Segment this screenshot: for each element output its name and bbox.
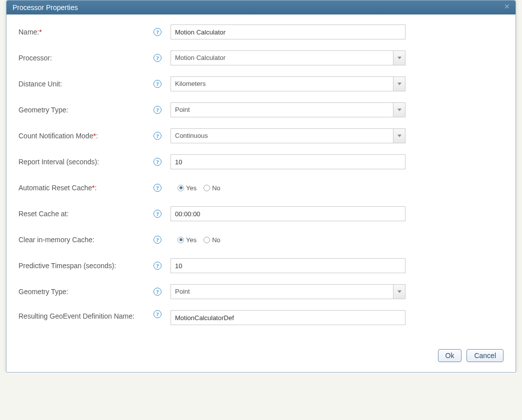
label-arc-text: Automatic Reset Cache: [18, 184, 92, 192]
clear-cache-no-radio[interactable]: No: [204, 236, 220, 244]
row-auto-reset-cache: Automatic Reset Cache*: ? Yes No: [18, 180, 504, 195]
radio-no-label: No: [212, 184, 220, 192]
count-notification-mode-value: Continuous: [171, 129, 393, 143]
label-predictive-timespan: Predictive Timespan (seconds):: [18, 262, 154, 270]
label-distance-unit: Distance Unit:: [18, 80, 154, 88]
row-distance-unit: Distance Unit: ? Kilometers: [18, 76, 504, 91]
help-icon[interactable]: ?: [154, 132, 162, 140]
dialog-body: Name:* ? Processor: ? Motion Calculator …: [6, 14, 516, 341]
row-report-interval: Report Interval (seconds): ?: [18, 154, 504, 169]
control-auto-reset-cache: Yes No: [170, 184, 406, 192]
row-name: Name:* ?: [18, 24, 504, 39]
control-name: [170, 24, 406, 39]
radio-no-label: No: [212, 236, 220, 244]
chevron-down-icon[interactable]: [393, 51, 405, 65]
ok-button[interactable]: Ok: [438, 349, 462, 362]
help-icon[interactable]: ?: [154, 210, 162, 218]
control-geometry-type-2: Point: [170, 284, 406, 299]
help-icon[interactable]: ?: [154, 288, 162, 296]
label-cnm-text: Count Notification Mode: [18, 132, 93, 140]
help-icon[interactable]: ?: [154, 80, 162, 88]
chevron-down-icon[interactable]: [393, 129, 405, 143]
help-icon[interactable]: ?: [154, 106, 162, 114]
help-reset-cache-at: ?: [154, 210, 170, 218]
cancel-button[interactable]: Cancel: [466, 349, 504, 362]
row-predictive-timespan: Predictive Timespan (seconds): ?: [18, 258, 504, 273]
control-report-interval: [170, 154, 406, 169]
auto-reset-cache-yes-radio[interactable]: Yes: [178, 184, 196, 192]
clear-cache-yes-radio[interactable]: Yes: [178, 236, 196, 244]
chevron-down-icon[interactable]: [393, 285, 405, 299]
report-interval-input[interactable]: [170, 154, 406, 169]
label-cnm-suffix: :: [96, 132, 98, 140]
label-resulting-def: Resulting GeoEvent Definition Name:: [18, 310, 154, 320]
required-mark: *: [39, 28, 42, 36]
dialog-title: Processor Properties: [12, 3, 78, 11]
help-predictive-timespan: ?: [154, 262, 170, 270]
distance-unit-value: Kilometers: [171, 77, 393, 91]
row-resulting-def: Resulting GeoEvent Definition Name: ?: [18, 310, 504, 325]
help-icon[interactable]: ?: [154, 236, 162, 244]
label-count-notification-mode: Count Notification Mode*:: [18, 132, 154, 140]
geometry-type-1-value: Point: [171, 103, 393, 117]
radio-yes-label: Yes: [186, 184, 196, 192]
help-auto-reset-cache: ?: [154, 184, 170, 192]
help-clear-in-memory-cache: ?: [154, 236, 170, 244]
row-geometry-type-2: Geometry Type: ? Point: [18, 284, 504, 299]
help-processor: ?: [154, 54, 170, 62]
radio-yes-label: Yes: [186, 236, 196, 244]
processor-properties-dialog: Processor Properties ✕ Name:* ? Processo…: [6, 0, 516, 373]
dialog-title-bar: Processor Properties ✕: [6, 0, 516, 14]
help-icon[interactable]: ?: [154, 310, 162, 318]
count-notification-mode-select[interactable]: Continuous: [170, 128, 406, 143]
control-count-notification-mode: Continuous: [170, 128, 406, 143]
label-name: Name:*: [18, 28, 154, 36]
help-resulting-def: ?: [154, 310, 170, 318]
name-input[interactable]: [170, 24, 406, 39]
control-predictive-timespan: [170, 258, 406, 273]
geometry-type-1-select[interactable]: Point: [170, 102, 406, 117]
row-processor: Processor: ? Motion Calculator: [18, 50, 504, 65]
label-auto-reset-cache: Automatic Reset Cache*:: [18, 184, 154, 192]
help-distance-unit: ?: [154, 80, 170, 88]
help-icon[interactable]: ?: [154, 262, 162, 270]
help-geometry-type-2: ?: [154, 288, 170, 296]
processor-select-value: Motion Calculator: [171, 51, 393, 65]
control-processor: Motion Calculator: [170, 50, 406, 65]
reset-cache-at-input[interactable]: [170, 206, 406, 221]
close-icon[interactable]: ✕: [502, 2, 512, 11]
distance-unit-select[interactable]: Kilometers: [170, 76, 406, 91]
resulting-def-input[interactable]: [170, 310, 406, 325]
label-geometry-type-1: Geometry Type:: [18, 106, 154, 114]
help-report-interval: ?: [154, 158, 170, 166]
dialog-footer: Ok Cancel: [6, 341, 516, 372]
row-reset-cache-at: Reset Cache at: ?: [18, 206, 504, 221]
help-icon[interactable]: ?: [154, 54, 162, 62]
row-count-notification-mode: Count Notification Mode*: ? Continuous: [18, 128, 504, 143]
radio-dot: [204, 237, 210, 243]
auto-reset-cache-no-radio[interactable]: No: [204, 184, 220, 192]
help-geometry-type-1: ?: [154, 106, 170, 114]
radio-dot: [178, 237, 184, 243]
help-icon[interactable]: ?: [154, 158, 162, 166]
control-distance-unit: Kilometers: [170, 76, 406, 91]
control-clear-in-memory-cache: Yes No: [170, 236, 406, 244]
chevron-down-icon[interactable]: [393, 77, 405, 91]
processor-select[interactable]: Motion Calculator: [170, 50, 406, 65]
chevron-down-icon[interactable]: [393, 103, 405, 117]
label-clear-in-memory-cache: Clear in-memory Cache:: [18, 236, 154, 244]
help-name: ?: [154, 28, 170, 36]
geometry-type-2-value: Point: [171, 285, 393, 299]
label-name-text: Name:: [18, 28, 39, 36]
geometry-type-2-select[interactable]: Point: [170, 284, 406, 299]
row-geometry-type-1: Geometry Type: ? Point: [18, 102, 504, 117]
predictive-timespan-input[interactable]: [170, 258, 406, 273]
label-geometry-type-2: Geometry Type:: [18, 288, 154, 296]
label-report-interval: Report Interval (seconds):: [18, 158, 154, 166]
label-arc-suffix: :: [95, 184, 97, 192]
help-icon[interactable]: ?: [154, 184, 162, 192]
help-count-notification-mode: ?: [154, 132, 170, 140]
control-resulting-def: [170, 310, 406, 325]
label-processor: Processor:: [18, 54, 154, 62]
help-icon[interactable]: ?: [154, 28, 162, 36]
